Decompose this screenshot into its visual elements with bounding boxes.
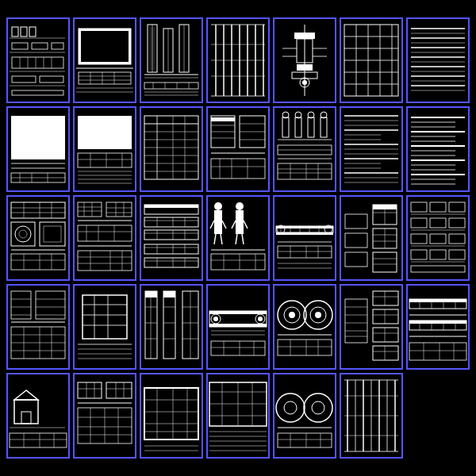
svg-rect-498: [274, 376, 335, 455]
svg-rect-271: [236, 210, 244, 234]
thumbnail-29[interactable]: [6, 373, 70, 459]
thumbnail-21[interactable]: [406, 195, 470, 281]
svg-rect-183: [408, 109, 468, 189]
svg-rect-0: [8, 21, 68, 100]
thumbnail-4[interactable]: [206, 17, 270, 103]
thumbnail-32[interactable]: [206, 373, 270, 459]
thumbnail-24[interactable]: [140, 284, 203, 370]
svg-rect-66: [297, 64, 313, 71]
svg-rect-352: [75, 287, 135, 367]
svg-rect-302: [341, 198, 401, 278]
thumbnail-20[interactable]: [340, 195, 403, 281]
svg-point-385: [213, 317, 218, 321]
thumbnail-30[interactable]: [73, 373, 136, 459]
thumbnail-10[interactable]: [140, 106, 203, 192]
thumbnail-19[interactable]: [273, 195, 336, 281]
svg-rect-241: [141, 198, 202, 278]
thumbnail-2[interactable]: [73, 17, 136, 103]
svg-rect-120: [141, 109, 202, 189]
svg-point-387: [258, 317, 263, 321]
thumbnail-26[interactable]: [273, 284, 336, 370]
thumbnail-33[interactable]: [273, 373, 336, 459]
thumbnail-14[interactable]: [406, 106, 470, 192]
svg-rect-429: [409, 299, 466, 302]
svg-rect-363: [141, 287, 202, 367]
svg-rect-85: [408, 21, 468, 100]
svg-rect-382: [209, 311, 267, 314]
svg-rect-265: [214, 210, 222, 234]
svg-rect-217: [75, 198, 135, 278]
svg-rect-286: [276, 232, 333, 235]
thumbnail-5[interactable]: [273, 17, 336, 103]
thumbnail-34[interactable]: [340, 373, 403, 459]
svg-rect-283: [274, 198, 335, 278]
thumbnail-13[interactable]: [340, 106, 403, 192]
svg-rect-243: [144, 205, 198, 208]
thumbnail-9[interactable]: [73, 106, 136, 192]
svg-rect-101: [11, 116, 65, 159]
svg-rect-371: [163, 291, 175, 298]
thumbnail-3[interactable]: [140, 17, 203, 103]
svg-rect-22: [81, 31, 129, 62]
thumbnail-22[interactable]: [6, 284, 70, 370]
thumbnail-17[interactable]: [140, 195, 203, 281]
thumbnail-16[interactable]: [73, 195, 136, 281]
thumbnail-15[interactable]: [6, 195, 70, 281]
thumbnail-11[interactable]: [206, 106, 270, 192]
thumbnail-23[interactable]: [73, 284, 136, 370]
svg-point-398: [289, 312, 295, 318]
thumbnail-grid: [0, 11, 476, 465]
thumbnail-31[interactable]: [140, 373, 203, 459]
svg-rect-110: [78, 116, 132, 149]
svg-rect-383: [209, 324, 267, 327]
thumbnail-1[interactable]: [6, 17, 70, 103]
thumbnail-18[interactable]: [206, 195, 270, 281]
thumbnail-28[interactable]: [406, 284, 470, 370]
thumbnail-25[interactable]: [206, 284, 270, 370]
svg-point-266: [214, 202, 222, 210]
svg-rect-436: [409, 321, 466, 324]
thumbnail-6[interactable]: [340, 17, 403, 103]
svg-rect-148: [274, 109, 335, 189]
svg-point-401: [315, 312, 321, 318]
thumbnail-12[interactable]: [273, 106, 336, 192]
svg-point-272: [236, 202, 244, 210]
thumbnail-8[interactable]: [6, 106, 70, 192]
svg-rect-199: [8, 198, 68, 278]
thumbnail-27[interactable]: [340, 284, 403, 370]
svg-rect-365: [145, 291, 157, 298]
svg-point-69: [302, 80, 307, 85]
thumbnail-7[interactable]: [406, 17, 470, 103]
svg-rect-64: [294, 33, 315, 39]
svg-rect-134: [211, 117, 235, 121]
